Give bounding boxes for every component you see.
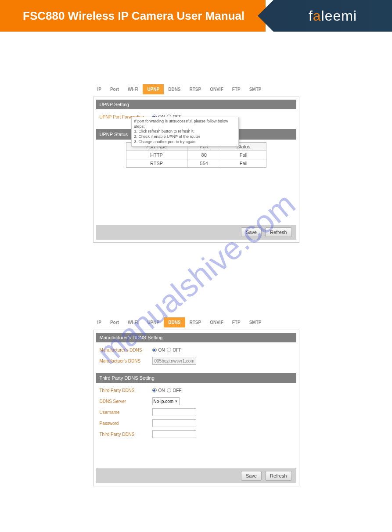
table-row: RTSP 554 Fail [126, 159, 266, 168]
tabs-ddns: IP Port WI-FI UPNP DDNS RTSP ONVIF FTP S… [93, 317, 299, 327]
table-row: HTTP 80 Fail [126, 151, 266, 159]
upnp-help-tooltip: If port forwarding is unsuccessful, plea… [131, 117, 239, 147]
tab-onvif[interactable]: ONVIF [205, 84, 228, 94]
tab-rtsp[interactable]: RTSP [185, 317, 206, 327]
tab-ddns[interactable]: DDNS [164, 317, 185, 327]
save-button[interactable]: Save [241, 471, 262, 481]
ddns-server-select[interactable]: No-ip.com ▼ [152, 397, 180, 405]
off-label: OFF [173, 388, 182, 393]
td-port: 80 [187, 151, 221, 159]
tooltip-line1: 1. Click refresh button to refresh it. [134, 129, 236, 134]
tab-upnp[interactable]: UPNP [143, 84, 164, 94]
tooltip-line2: 2. Check if enable UPNP of the router [134, 134, 236, 140]
tab-rtsp[interactable]: RTSP [185, 84, 206, 94]
page-title: FSC880 Wireless IP Camera User Manual [23, 9, 245, 23]
logo-text-pre: f [309, 8, 313, 24]
header-left: FSC880 Wireless IP Camera User Manual [0, 0, 266, 32]
ddns-panel-wrap: IP Port WI-FI UPNP DDNS RTSP ONVIF FTP S… [93, 317, 299, 486]
tab-ftp[interactable]: FTP [228, 84, 245, 94]
off-label: OFF [173, 348, 182, 352]
upnp-panel: UPNP Setting UPNP Port Forwarding ON OFF… [93, 97, 299, 243]
tp-ddns-head: Third Party DDNS Setting [96, 373, 296, 383]
refresh-button[interactable]: Refresh [265, 227, 292, 237]
tab-wifi[interactable]: WI-FI [123, 84, 143, 94]
tab-ddns[interactable]: DDNS [164, 84, 185, 94]
logo-dot: a [313, 8, 321, 24]
tooltip-line0: If port forwarding is unsuccessful, plea… [134, 119, 236, 129]
tab-smtp[interactable]: SMTP [245, 317, 266, 327]
tp-ddns-off-radio[interactable] [167, 388, 171, 392]
tp-ddns-on-radio[interactable] [152, 388, 157, 392]
on-label: ON [158, 348, 165, 352]
ddns-panel: Manufacturer's DDNS Setting Manufacturer… [93, 330, 299, 486]
header-bar: FSC880 Wireless IP Camera User Manual fa… [0, 0, 392, 32]
td-status: Fail [221, 159, 266, 168]
on-label: ON [158, 388, 165, 393]
ddns-server-label: DDNS Server [100, 399, 152, 404]
username-label: Username [100, 410, 152, 415]
tab-port[interactable]: Port [106, 317, 123, 327]
td-type: HTTP [126, 151, 187, 159]
ddns-footer: Save Refresh [96, 468, 296, 483]
tab-ip[interactable]: IP [93, 317, 106, 327]
username-input[interactable] [152, 408, 196, 416]
mfg-ddns-field-label: Manufactuer's DDNS [100, 359, 152, 363]
upnp-footer: Save Refresh [96, 225, 296, 240]
mfg-ddns-off-radio[interactable] [167, 348, 171, 352]
brand-logo: faleemi [309, 8, 357, 24]
tab-smtp[interactable]: SMTP [245, 84, 266, 94]
tab-wifi[interactable]: WI-FI [123, 317, 143, 327]
header-arrow-icon [258, 0, 273, 32]
header-right: faleemi [273, 0, 392, 32]
tab-port[interactable]: Port [106, 84, 123, 94]
tab-onvif[interactable]: ONVIF [205, 317, 228, 327]
tab-upnp[interactable]: UPNP [143, 317, 164, 327]
chevron-down-icon: ▼ [175, 399, 178, 403]
td-status: Fail [221, 151, 266, 159]
upnp-panel-wrap: IP Port WI-FI UPNP DDNS RTSP ONVIF FTP S… [93, 84, 299, 243]
tab-ip[interactable]: IP [93, 84, 106, 94]
save-button[interactable]: Save [241, 227, 262, 237]
ddns-server-value: No-ip.com [154, 399, 174, 404]
tp-ddns-label: Third Party DDNS [100, 388, 152, 393]
td-type: RTSP [126, 159, 187, 168]
password-label: Password [100, 421, 152, 426]
password-input[interactable] [152, 419, 196, 427]
tab-ftp[interactable]: FTP [228, 317, 245, 327]
logo-text-post: leemi [321, 8, 357, 24]
upnp-status-title: UPNP Status [100, 132, 128, 137]
mfg-ddns-head: Manufacturer's DDNS Setting [96, 333, 296, 342]
tp-ddns-field-label: Third Party DDNS [100, 432, 152, 437]
tooltip-line3: 3. Change another port to try again [134, 140, 236, 145]
mfg-ddns-on-radio[interactable] [152, 348, 157, 352]
tabs-upnp: IP Port WI-FI UPNP DDNS RTSP ONVIF FTP S… [93, 84, 299, 94]
mfg-ddns-input[interactable] [152, 357, 196, 365]
upnp-setting-head: UPNP Setting [96, 100, 296, 109]
tp-ddns-input[interactable] [152, 430, 196, 438]
mfg-ddns-label: Manufacturer's DDNS [100, 348, 152, 352]
refresh-button[interactable]: Refresh [265, 471, 292, 481]
td-port: 554 [187, 159, 221, 168]
